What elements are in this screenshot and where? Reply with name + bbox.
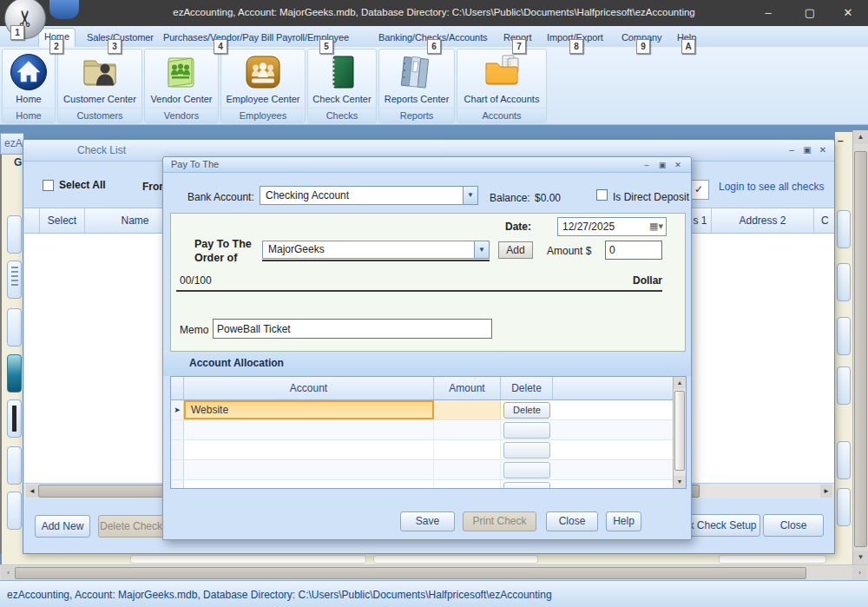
check-list-restore-button[interactable]: ▣	[800, 143, 814, 157]
scroll-down-icon[interactable]: ▼	[853, 551, 868, 564]
column-header-address1-partial[interactable]: s 1	[689, 208, 712, 233]
side-toolbar-button[interactable]	[7, 446, 22, 485]
chevron-down-icon[interactable]: ▼	[463, 187, 477, 204]
blank-check-setup-button[interactable]: k Check Setup	[685, 514, 760, 537]
grid-row-selected[interactable]: ➤ Website Delete	[171, 400, 674, 420]
pay-dialog-titlebar[interactable]: Pay To The – ▣ ✕	[163, 157, 691, 173]
check-list-minimize-button[interactable]: –	[785, 143, 799, 157]
delete-row-button[interactable]	[503, 482, 550, 489]
memo-input[interactable]	[213, 319, 492, 339]
side-toolbar-button[interactable]	[837, 366, 851, 405]
delete-row-button[interactable]: Delete	[503, 402, 550, 419]
side-toolbar-button[interactable]	[837, 441, 851, 479]
row-pointer-icon: ➤	[171, 400, 184, 419]
pay-dialog-close-button[interactable]: ✕	[671, 158, 685, 172]
maximize-button[interactable]: ▢	[795, 5, 825, 21]
column-header-city-partial[interactable]: C	[814, 208, 834, 233]
column-header-select[interactable]: Select	[40, 208, 85, 233]
grid-row-empty[interactable]	[171, 460, 674, 480]
side-toolbar-button[interactable]	[837, 210, 851, 248]
group-caption-customers: Customers	[58, 108, 141, 122]
delete-check-button[interactable]: Delete Check	[98, 515, 164, 538]
account-cell[interactable]	[184, 480, 434, 489]
grid-header-delete[interactable]: Delete	[501, 377, 553, 399]
grid-row-empty[interactable]	[171, 420, 674, 440]
pay-dialog-minimize-button[interactable]: –	[640, 158, 654, 172]
grid-header-account[interactable]: Account	[184, 377, 434, 399]
ribbon-group-chart-of-accounts[interactable]: Chart of Accounts Accounts	[457, 49, 547, 123]
check-list-close-button-bottom[interactable]: Close	[763, 514, 824, 537]
help-button[interactable]: Help	[606, 511, 641, 531]
scroll-right-icon[interactable]: ►	[820, 485, 832, 498]
side-toolbar-button[interactable]	[837, 488, 851, 526]
mdi-horizontal-scrollbar[interactable]: ‹ ›	[0, 564, 868, 580]
account-cell[interactable]: Website	[184, 400, 434, 419]
vertical-scrollbar-thumb[interactable]	[854, 151, 867, 547]
column-header-address2[interactable]: Address 2	[712, 208, 814, 233]
side-toolbar-button[interactable]	[7, 261, 22, 299]
add-new-button[interactable]: Add New	[35, 515, 90, 538]
side-toolbar-button[interactable]	[7, 492, 22, 530]
grid-vertical-scrollbar[interactable]: ▲ ▼	[673, 377, 686, 488]
side-toolbar-button[interactable]	[7, 399, 22, 438]
close-button[interactable]: ✕	[833, 5, 863, 21]
grid-row-empty[interactable]	[171, 480, 674, 489]
mdi-vertical-scrollbar[interactable]: ▲ ▼	[852, 130, 868, 564]
ribbon-group-check-center[interactable]: Check Center Checks	[307, 49, 377, 123]
scroll-left-icon[interactable]: ‹	[1, 566, 16, 580]
save-button[interactable]: Save	[400, 511, 455, 531]
side-toolbar-button[interactable]	[837, 263, 851, 301]
pay-dialog-restore-button[interactable]: ▣	[655, 158, 669, 172]
amount-cell[interactable]	[434, 480, 501, 489]
column-header-selector[interactable]	[24, 208, 40, 233]
amount-cell[interactable]	[434, 420, 501, 439]
side-toolbar-button-active[interactable]	[7, 354, 22, 393]
scroll-up-icon[interactable]: ▲	[674, 377, 686, 389]
amount-cell[interactable]	[434, 440, 501, 459]
account-cell[interactable]	[184, 440, 434, 459]
employees-icon	[243, 52, 283, 92]
bank-account-combo[interactable]: Checking Account ▼	[260, 186, 478, 205]
grid-header-amount[interactable]: Amount	[434, 377, 501, 399]
select-all-checkbox[interactable]	[43, 180, 54, 191]
scroll-down-icon[interactable]: ▼	[674, 476, 686, 488]
ribbon-group-employee-center[interactable]: Employee Center Employees	[220, 49, 306, 123]
ribbon-group-vendor-center[interactable]: Vendor Center Vendors	[144, 49, 219, 123]
grid-scroll-thumb[interactable]	[674, 391, 685, 471]
login-link[interactable]: Login to see all checks	[719, 181, 824, 193]
background-window-minimize[interactable]: –	[838, 135, 844, 147]
grid-row-empty[interactable]	[171, 440, 674, 460]
scroll-left-icon[interactable]: ◄	[26, 485, 38, 498]
delete-row-button[interactable]	[503, 442, 550, 459]
minimize-button[interactable]: –	[753, 5, 783, 21]
side-toolbar-button[interactable]	[7, 308, 22, 346]
payee-combo[interactable]: MajorGeeks ▼	[262, 241, 490, 259]
side-toolbar-button[interactable]	[837, 317, 851, 355]
amount-input[interactable]	[605, 241, 662, 260]
ribbon-group-reports-center[interactable]: Reports Center Reports	[378, 49, 455, 123]
amount-cell[interactable]	[434, 460, 501, 479]
amount-cell[interactable]	[434, 400, 501, 419]
scroll-up-icon[interactable]: ▲	[853, 130, 868, 144]
direct-deposit-checkbox[interactable]	[596, 189, 608, 201]
calendar-icon[interactable]: ▦▾	[649, 221, 663, 232]
keytip-purchases: 4	[214, 39, 227, 54]
delete-row-button[interactable]	[503, 422, 550, 439]
keytip-sales: 3	[108, 39, 122, 54]
chevron-down-icon[interactable]: ▼	[474, 241, 489, 258]
account-cell[interactable]	[184, 460, 434, 479]
side-toolbar-button[interactable]	[7, 215, 22, 254]
horizontal-scrollbar-thumb[interactable]	[15, 567, 806, 579]
check-list-close-button[interactable]: ✕	[816, 143, 830, 157]
scroll-right-icon[interactable]: ›	[852, 566, 867, 580]
ribbon-group-home[interactable]: Home Home	[2, 49, 56, 123]
date-picker[interactable]: 12/27/2025 ▦▾	[557, 217, 667, 236]
tab-payroll-employee[interactable]: Payroll/Employee	[271, 30, 354, 47]
print-check-button[interactable]: Print Check	[463, 511, 536, 531]
dialog-close-button[interactable]: Close	[546, 511, 598, 531]
ribbon-group-customer-center[interactable]: Customer Center Customers	[57, 49, 142, 123]
account-cell[interactable]	[184, 420, 434, 439]
delete-row-button[interactable]	[503, 462, 550, 478]
reports-books-icon	[397, 52, 437, 92]
add-payee-button[interactable]: Add	[498, 241, 533, 259]
